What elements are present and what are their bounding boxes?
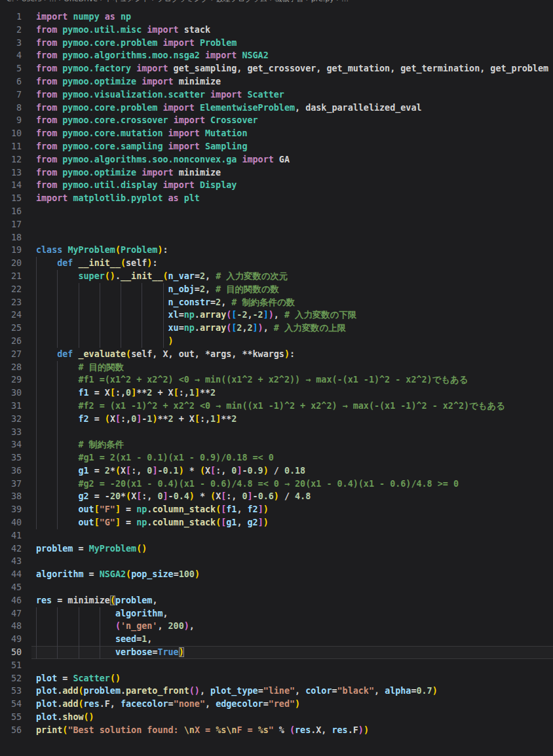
line-number: 13 [0, 166, 22, 180]
code-token [36, 504, 79, 514]
code-line[interactable]: 21 super().__init__(n_var=2, # 入力変数の次元 [0, 270, 553, 283]
code-line[interactable]: 36 g1 = 2*(X[:, 0]-0.1) * (X[:, 0]-0.9) … [0, 464, 553, 478]
code-line[interactable]: 54plot.add(res.F, facecolor="none", edge… [0, 698, 553, 711]
code-token: stack [179, 25, 210, 35]
code-token: f2 [79, 414, 89, 424]
code-token: , [237, 518, 247, 527]
code-line[interactable]: 48 ('n_gen', 200), [0, 620, 553, 633]
code-token: import [163, 103, 195, 113]
code-line[interactable]: 39 out["F"] = np.column_stack([f1, f2]) [0, 503, 553, 516]
code-line[interactable]: 23 n_constr=2, # 制約条件の数 [0, 296, 553, 309]
code-line[interactable]: 13from pymoo.optimize import minimize [0, 166, 553, 180]
code-line[interactable]: 44algorithm = NSGA2(pop_size=100) [0, 568, 553, 581]
code-text: res = minimize(problem, [36, 594, 157, 607]
line-number: 27 [0, 348, 22, 361]
code-line[interactable]: 12from pymoo.algorithms.soo.nonconvex.ga… [0, 153, 553, 166]
code-token: import [168, 142, 200, 151]
code-line[interactable]: 2from pymoo.util.misc import stack [0, 24, 553, 37]
code-line[interactable]: 42problem = MyProblem() [0, 542, 553, 556]
code-line[interactable]: 40 out["G"] = np.column_stack([g1, g2]) [0, 516, 553, 529]
code-token [36, 258, 57, 268]
code-line[interactable]: 53plot.add(problem.pareto_front(), plot_… [0, 685, 553, 698]
code-token: , [205, 284, 216, 294]
code-line[interactable]: 1import numpy as np [0, 10, 553, 24]
code-line[interactable]: 30 f1 = X[:,0]**2 + X[:,1]**2 [0, 387, 553, 400]
line-number: 44 [0, 568, 22, 581]
code-line[interactable]: 15import matplotlib.pyplot as plt [0, 192, 553, 205]
code-line[interactable]: 47 algorithm, [0, 607, 553, 620]
code-line[interactable]: 16 [0, 205, 553, 218]
code-token: ] [248, 491, 253, 501]
code-line[interactable]: 52plot = Scatter() [0, 672, 553, 685]
code-line[interactable]: 27 def _evaluate(self, X, out, *args, **… [0, 348, 553, 361]
code-line[interactable]: 6from pymoo.optimize import minimize [0, 75, 553, 88]
code-token: + X [152, 388, 173, 398]
code-line[interactable]: 24 xl=np.array([-2,-2]), # 入力変数の下限 [0, 309, 553, 322]
code-editor[interactable]: 1import numpy as np2from pymoo.util.misc… [0, 5, 553, 737]
code-token: ( [79, 686, 84, 696]
comment-token: #f2 = (x1 -1)^2 + x2^2 <0 → min((x1 -1)^… [79, 401, 505, 411]
code-line[interactable]: 56print("Best solution found: \nX = %s\n… [0, 724, 553, 737]
code-token: from [36, 64, 57, 73]
code-line[interactable]: 31 #f2 = (x1 -1)^2 + x2^2 <0 → min((x1 -… [0, 400, 553, 413]
code-line[interactable]: 34 # 制約条件 [0, 438, 553, 451]
code-line[interactable]: 11from pymoo.core.sampling import Sampli… [0, 140, 553, 153]
code-line[interactable]: 51 [0, 659, 553, 672]
code-token: pymoo.optimize [62, 168, 136, 178]
code-line[interactable]: 25 xu=np.array([2,2]), # 入力変数の上限 [0, 322, 553, 335]
code-token: numpy [73, 12, 99, 22]
code-line[interactable]: 3from pymoo.core.problem import Problem [0, 37, 553, 50]
code-line[interactable]: 32 f2 = (X[:,0]-1)**2 + X[:,1]**2 [0, 413, 553, 426]
code-token: ] [216, 414, 221, 424]
code-line[interactable]: 50 verbose=True) [0, 646, 553, 659]
code-token: , [189, 621, 195, 631]
code-line[interactable]: 33 [0, 426, 553, 439]
code-line[interactable]: 14from pymoo.util.display import Display [0, 179, 553, 192]
code-line[interactable]: 35 #g1 = 2(x1 - 0.1)(x1 - 0.9)/0.18 =< 0 [0, 451, 553, 464]
code-token: 1 [210, 414, 216, 424]
code-text: def __init__(self): [36, 257, 157, 270]
line-number: 9 [0, 114, 22, 127]
line-number: 33 [0, 426, 22, 439]
code-line[interactable]: 17 [0, 218, 553, 231]
code-line[interactable]: 46res = minimize(problem, [0, 594, 553, 607]
code-token: res [332, 725, 348, 735]
code-token: class [36, 245, 62, 255]
code-token: from [36, 25, 57, 35]
code-token [157, 103, 162, 113]
code-line[interactable]: 41 [0, 529, 553, 542]
code-line[interactable]: 29 #f1 =(x1^2 + x2^2) <0 → min((x1^2 + x… [0, 373, 553, 387]
code-line[interactable]: 45 [0, 581, 553, 594]
code-line[interactable]: 28 # 目的関数 [0, 361, 553, 374]
code-line[interactable]: 9from pymoo.core.crossover import Crosso… [0, 114, 553, 127]
code-line[interactable]: 18 [0, 231, 553, 244]
code-line[interactable]: 49 seed=1, [0, 633, 553, 646]
code-token: plot [36, 712, 57, 722]
line-number: 6 [0, 75, 22, 88]
code-token: pymoo.util.misc [62, 25, 142, 35]
code-line[interactable]: 43 [0, 555, 553, 568]
code-token: ( [200, 466, 205, 476]
code-token: plot [36, 699, 57, 709]
code-token: = [411, 686, 416, 696]
code-token: () [105, 271, 115, 281]
code-token: ] [115, 518, 121, 527]
code-token: [ [174, 388, 179, 398]
code-line[interactable]: 37 #g2 = -20(x1 - 0.4)(x1 - 0.6)/4.8 =< … [0, 478, 553, 491]
breadcrumb[interactable]: C: › Users › … › OneDrive › ドキュメント › プログ… [0, 0, 553, 5]
code-text: from pymoo.algorithms.soo.nonconvex.ga i… [36, 153, 290, 166]
code-token: * [195, 491, 210, 501]
code-line[interactable]: 7from pymoo.visualization.scatter import… [0, 88, 553, 102]
code-line[interactable]: 8from pymoo.core.problem import Elementw… [0, 102, 553, 115]
code-line[interactable]: 20 def __init__(self): [0, 257, 553, 270]
code-line[interactable]: 19class MyProblem(Problem): [0, 244, 553, 257]
code-line[interactable]: 10from pymoo.core.mutation import Mutati… [0, 127, 553, 140]
code-line[interactable]: 26 ) [0, 335, 553, 348]
code-token: [ [94, 518, 100, 527]
code-line[interactable]: 55plot.show() [0, 711, 553, 724]
code-token: column_stack [152, 518, 216, 527]
code-line[interactable]: 4from pymoo.algorithms.moo.nsga2 import … [0, 49, 553, 62]
code-line[interactable]: 22 n_obj=2, # 目的関数の数 [0, 283, 553, 296]
code-line[interactable]: 38 g2 = -20*(X[:, 0]-0.4) * (X[:, 0]-0.6… [0, 490, 553, 503]
code-line[interactable]: 5from pymoo.factory import get_sampling,… [0, 62, 553, 75]
